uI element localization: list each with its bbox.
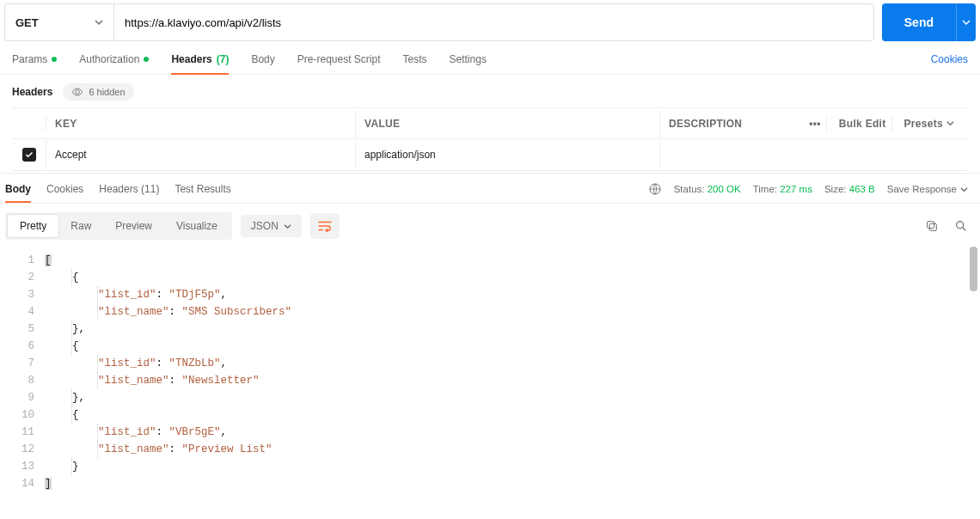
chevron-down-icon <box>946 119 954 127</box>
tab-headers-label: Headers <box>171 53 211 65</box>
header-key-input[interactable]: Accept <box>46 142 356 168</box>
headers-table-head: KEY VALUE DESCRIPTION ••• Bulk Edit Pres… <box>12 108 968 139</box>
wrap-lines-button[interactable] <box>310 213 340 239</box>
url-input[interactable] <box>113 3 874 41</box>
table-row: Accept application/json <box>12 139 968 170</box>
svg-point-3 <box>957 222 964 229</box>
svg-rect-2 <box>928 222 934 229</box>
headers-table: KEY VALUE DESCRIPTION ••• Bulk Edit Pres… <box>12 107 968 171</box>
view-mode-segment: Pretty Raw Preview Visualize <box>5 212 232 240</box>
header-value-input[interactable]: application/json <box>356 142 660 168</box>
size-label: Size: 463 B <box>824 184 875 194</box>
globe-icon[interactable] <box>648 182 662 196</box>
cookies-link[interactable]: Cookies <box>931 53 968 74</box>
wrap-icon <box>318 220 332 232</box>
save-response-label: Save Response <box>887 184 957 194</box>
status-dot-icon <box>144 57 149 62</box>
bulk-edit-button[interactable]: Bulk Edit <box>826 116 891 131</box>
format-dropdown[interactable]: JSON <box>241 215 302 237</box>
row-checkbox-cell[interactable] <box>12 141 46 168</box>
line-number-gutter: 1234567891011121314 <box>5 247 41 498</box>
checkbox-checked-icon <box>22 148 36 162</box>
view-visualize-button[interactable]: Visualize <box>164 215 230 237</box>
eye-icon <box>71 86 83 98</box>
status-value: 200 OK <box>707 184 741 194</box>
status-label: Status: 200 OK <box>674 184 741 194</box>
tab-authorization-label: Authorization <box>79 53 139 65</box>
scrollbar-thumb[interactable] <box>970 247 977 291</box>
size-value: 463 B <box>849 184 875 194</box>
http-method-select[interactable]: GET <box>4 3 113 41</box>
time-label: Time: 227 ms <box>753 184 812 194</box>
tab-headers-count: (7) <box>217 53 230 65</box>
tab-authorization[interactable]: Authorization <box>79 53 149 74</box>
status-dot-icon <box>52 57 57 62</box>
search-button[interactable] <box>954 219 968 233</box>
tab-tests[interactable]: Tests <box>403 53 427 74</box>
tab-settings[interactable]: Settings <box>450 53 487 74</box>
tab-params[interactable]: Params <box>12 53 57 74</box>
more-options-button[interactable]: ••• <box>804 116 826 131</box>
chevron-down-icon <box>960 186 968 193</box>
col-value: VALUE <box>356 111 660 137</box>
col-key: KEY <box>46 111 356 137</box>
format-label: JSON <box>251 220 279 232</box>
copy-button[interactable] <box>925 219 939 233</box>
response-json-content: [ { "list_id": "TDjF5p", "list_name": "S… <box>41 247 980 498</box>
presets-dropdown[interactable]: Presets <box>891 116 959 131</box>
chevron-down-icon <box>284 223 291 230</box>
resp-tab-headers-label: Headers <box>99 183 138 195</box>
resp-tab-headers-count: (11) <box>141 183 159 195</box>
send-button[interactable]: Send <box>882 3 956 41</box>
header-description-input[interactable] <box>660 148 968 162</box>
col-description: DESCRIPTION ••• Bulk Edit Presets <box>660 109 968 138</box>
tab-headers[interactable]: Headers (7) <box>171 53 229 74</box>
resp-tab-cookies[interactable]: Cookies <box>46 183 83 202</box>
tab-pre-request-script[interactable]: Pre-request Script <box>297 53 381 74</box>
select-all-cell <box>12 117 46 131</box>
view-raw-button[interactable]: Raw <box>58 215 103 237</box>
tab-body[interactable]: Body <box>251 53 274 74</box>
time-value: 227 ms <box>780 184 812 194</box>
response-body-viewer[interactable]: 1234567891011121314 [ { "list_id": "TDjF… <box>0 247 980 498</box>
presets-label: Presets <box>904 118 943 130</box>
send-dropdown-button[interactable] <box>956 3 976 41</box>
resp-tab-test-results[interactable]: Test Results <box>175 183 230 202</box>
save-response-dropdown[interactable]: Save Response <box>887 184 968 194</box>
view-preview-button[interactable]: Preview <box>103 215 164 237</box>
hidden-headers-toggle[interactable]: 6 hidden <box>63 83 133 101</box>
http-method-label: GET <box>15 16 39 29</box>
view-pretty-button[interactable]: Pretty <box>8 215 58 237</box>
hidden-headers-label: 6 hidden <box>89 87 125 97</box>
chevron-down-icon <box>95 18 103 27</box>
tab-params-label: Params <box>12 53 47 65</box>
headers-section-label: Headers <box>12 86 52 98</box>
svg-rect-1 <box>929 223 936 230</box>
resp-tab-headers[interactable]: Headers (11) <box>99 183 159 202</box>
resp-tab-body[interactable]: Body <box>5 183 31 202</box>
col-description-label: DESCRIPTION <box>669 118 742 130</box>
